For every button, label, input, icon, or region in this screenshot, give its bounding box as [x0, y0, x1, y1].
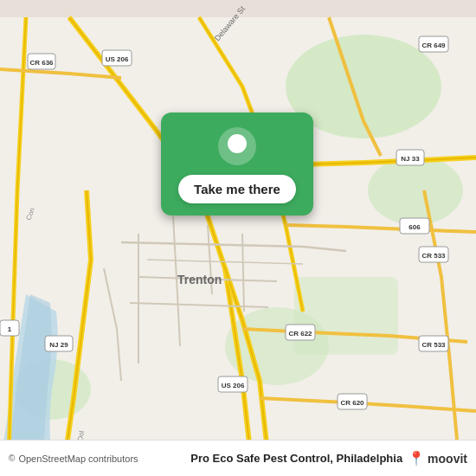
map-container: CR 636 US 206 CR 649 NJ 33 606 CR 533 NJ… — [0, 0, 476, 476]
svg-text:CR 533: CR 533 — [421, 252, 446, 260]
location-card: Take me there — [161, 113, 313, 215]
svg-text:606: 606 — [408, 223, 421, 231]
svg-rect-5 — [294, 277, 398, 355]
svg-text:Trenton: Trenton — [177, 273, 222, 286]
map-background: CR 636 US 206 CR 649 NJ 33 606 CR 533 NJ… — [0, 0, 476, 476]
svg-text:CR 636: CR 636 — [29, 59, 54, 67]
svg-text:1: 1 — [8, 325, 12, 333]
copyright-icon: © — [9, 453, 15, 463]
moovit-brand-text: moovit — [428, 452, 467, 466]
moovit-logo: 📍 moovit — [408, 450, 467, 466]
svg-point-2 — [368, 156, 463, 225]
osm-attribution-text: OpenStreetMap contributors — [18, 453, 138, 464]
bottom-right-section: Pro Eco Safe Pest Control, Philadelphia … — [190, 450, 467, 466]
svg-text:CR 620: CR 620 — [340, 399, 364, 407]
svg-text:NJ 29: NJ 29 — [49, 341, 68, 349]
moovit-pin-icon: 📍 — [408, 450, 425, 466]
svg-text:US 206: US 206 — [222, 382, 245, 389]
svg-text:NJ 33: NJ 33 — [401, 155, 420, 163]
take-me-there-button[interactable]: Take me there — [178, 175, 296, 203]
svg-text:CR 533: CR 533 — [421, 341, 446, 349]
svg-text:CR 622: CR 622 — [288, 330, 312, 338]
bottom-bar: © OpenStreetMap contributors Pro Eco Saf… — [0, 440, 476, 476]
map-attribution: © OpenStreetMap contributors — [9, 453, 138, 464]
svg-text:CR 649: CR 649 — [421, 42, 446, 49]
svg-text:US 206: US 206 — [106, 55, 129, 63]
location-pin-icon — [217, 126, 257, 166]
location-name-label: Pro Eco Safe Pest Control, Philadelphia — [190, 452, 402, 465]
